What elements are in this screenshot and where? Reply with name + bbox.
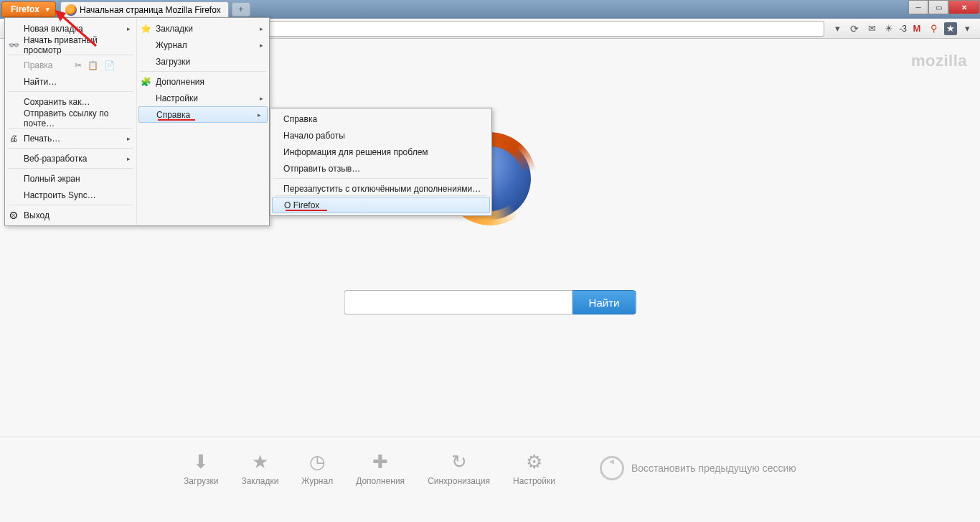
browser-tab[interactable]: Начальная страница Mozilla Firefox <box>60 1 229 17</box>
tab-title: Начальная страница Mozilla Firefox <box>80 5 221 15</box>
mozilla-watermark: mozilla <box>911 52 967 70</box>
menu-item[interactable]: Настройки▸ <box>137 90 269 106</box>
menu-item-label: Справка <box>156 110 190 120</box>
menu-item[interactable]: Справка <box>270 111 491 127</box>
menu-item-label: Отправить ссылку по почте… <box>24 108 129 129</box>
cut-icon[interactable]: ✂ <box>75 60 82 70</box>
menu-item-label: Отправить отзыв… <box>283 164 360 174</box>
menu-item[interactable]: Отправить ссылку по почте… <box>5 110 136 126</box>
menu-item[interactable]: Веб-разработка▸ <box>5 150 136 167</box>
minimize-icon: ─ <box>915 4 920 11</box>
puzzle-icon: 🧩 <box>140 76 151 88</box>
menu-item[interactable]: 🧩Дополнения <box>137 73 269 90</box>
submenu-arrow-icon: ▸ <box>258 111 261 118</box>
menu-item: Правка✂📋📄 <box>5 57 136 73</box>
menu-item-label: Веб-разработка <box>24 154 87 164</box>
reload-icon[interactable]: ⟳ <box>847 22 862 36</box>
launcher-item[interactable]: ✚Дополнения <box>356 450 405 486</box>
close-button[interactable]: ✕ <box>948 0 980 14</box>
submenu-arrow-icon: ▸ <box>260 25 263 32</box>
plus-icon: + <box>238 4 243 14</box>
search-button[interactable]: Найти <box>573 290 636 314</box>
menu-item[interactable]: О Firefox <box>272 197 490 213</box>
submenu-arrow-icon: ▸ <box>127 155 131 162</box>
dropdown-icon[interactable]: ▾ <box>830 22 844 36</box>
restore-session-label: Восстановить предыдущую сессию <box>631 462 796 474</box>
submenu-arrow-icon: ▸ <box>260 42 263 49</box>
menu-item[interactable]: Информация для решения проблем <box>270 144 491 160</box>
bookmark-star-icon[interactable]: ★ <box>944 22 957 35</box>
minimize-button[interactable]: ─ <box>908 0 928 14</box>
launcher-icon: ↻ <box>448 450 471 473</box>
restore-session[interactable]: Восстановить предыдущую сессию <box>600 456 796 480</box>
menu-item[interactable]: Найти… <box>5 73 136 90</box>
firefox-menu-label: Firefox <box>11 4 39 14</box>
close-icon: ✕ <box>961 4 967 11</box>
exit-icon: ⮿ <box>8 210 19 221</box>
menu-column-right: ⭐Закладки▸Журнал▸Загрузки🧩ДополненияНаст… <box>137 18 269 225</box>
submenu-arrow-icon: ▸ <box>260 95 263 102</box>
menu-item[interactable]: Начало работы <box>270 127 491 144</box>
menu-item-label: Настроить Sync… <box>24 190 96 200</box>
launcher-label: Закладки <box>241 476 278 486</box>
launcher-icon: ⬇ <box>189 450 212 473</box>
menu-item-label: Новая вкладка <box>24 24 83 34</box>
mask-icon: 👓 <box>8 39 19 51</box>
menu-item[interactable]: Настроить Sync… <box>5 187 136 203</box>
menu-item[interactable]: Справка▸ <box>138 106 268 123</box>
menu-item[interactable]: Загрузки <box>137 53 269 70</box>
menu-item-label: Настройки <box>156 93 198 103</box>
new-tab-button[interactable]: + <box>232 2 250 17</box>
launcher-icon: ✚ <box>369 450 392 473</box>
menu-item[interactable]: ⮿Выход <box>5 207 136 223</box>
person-icon[interactable]: ⚲ <box>927 22 941 36</box>
help-submenu: СправкаНачало работыИнформация для решен… <box>270 108 492 216</box>
menu-column-left: Новая вкладка▸👓Начать приватный просмотр… <box>5 18 137 225</box>
launcher-label: Журнал <box>301 476 333 486</box>
launcher-item[interactable]: ↻Синхронизация <box>428 450 490 486</box>
search-input[interactable] <box>344 290 573 314</box>
annotation-underline <box>158 119 195 121</box>
launcher-label: Синхронизация <box>428 476 490 486</box>
launcher-label: Загрузки <box>184 476 218 486</box>
menu-item[interactable]: Отправить отзыв… <box>270 160 491 177</box>
menu-item-label: Найти… <box>24 77 57 87</box>
menu-item[interactable]: Журнал▸ <box>137 37 269 53</box>
restore-icon <box>600 456 624 480</box>
menu-item[interactable]: 🖨Печать…▸ <box>5 130 136 146</box>
menu-dropdown-icon[interactable]: ▾ <box>960 22 974 36</box>
firefox-main-menu: Новая вкладка▸👓Начать приватный просмотр… <box>4 17 270 226</box>
menu-item[interactable]: Перезапустить с отключёнными дополнениям… <box>270 180 491 197</box>
menu-item-label: Правка <box>24 60 53 70</box>
launcher-item[interactable]: ★Закладки <box>241 450 278 486</box>
menu-item-label: Перезапустить с отключёнными дополнениям… <box>283 184 481 194</box>
menu-item[interactable]: Полный экран <box>5 170 136 187</box>
temperature-text: -3 <box>899 24 907 34</box>
copy-icon[interactable]: 📋 <box>88 60 98 70</box>
url-input[interactable] <box>268 21 824 37</box>
launcher-icon: ⚙ <box>522 450 545 473</box>
launcher-item[interactable]: ◷Журнал <box>301 450 333 486</box>
annotation-underline <box>286 210 327 211</box>
launcher-item[interactable]: ⬇Загрузки <box>184 450 218 486</box>
menu-item-label: Выход <box>24 210 50 220</box>
menu-item-label: Информация для решения проблем <box>283 147 428 157</box>
firefox-menu-button[interactable]: Firefox <box>1 1 56 17</box>
titlebar: Firefox Начальная страница Mozilla Firef… <box>0 0 980 19</box>
mail-icon[interactable]: ✉ <box>864 22 879 36</box>
launcher-item[interactable]: ⚙Настройки <box>513 450 555 486</box>
menu-item-label: Полный экран <box>24 174 80 184</box>
launcher-label: Настройки <box>513 476 555 486</box>
launcher-icon: ★ <box>248 450 271 473</box>
star-icon: ⭐ <box>140 23 151 34</box>
submenu-arrow-icon: ▸ <box>127 135 131 142</box>
menu-item-label: Начало работы <box>283 131 345 141</box>
gmail-icon[interactable]: M <box>910 22 924 36</box>
search-button-label: Найти <box>589 297 620 309</box>
menu-item[interactable]: 👓Начать приватный просмотр <box>5 37 136 53</box>
submenu-arrow-icon: ▸ <box>127 25 131 32</box>
paste-icon[interactable]: 📄 <box>104 60 115 70</box>
menu-item[interactable]: ⭐Закладки▸ <box>137 20 269 37</box>
maximize-button[interactable]: ▭ <box>928 0 948 14</box>
weather-icon[interactable]: ☀ <box>882 22 896 36</box>
